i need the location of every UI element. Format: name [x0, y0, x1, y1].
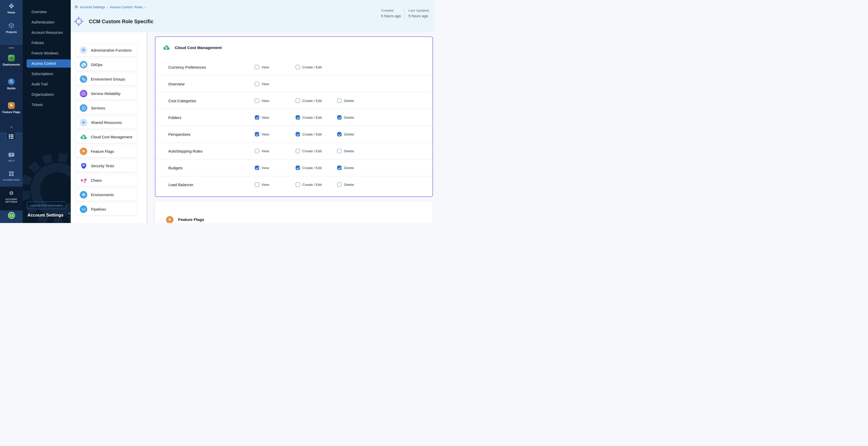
- permission-delete-checkbox[interactable]: Delete: [337, 149, 354, 153]
- checkbox[interactable]: [255, 99, 259, 103]
- permission-create-edit-checkbox[interactable]: Create / Edit: [296, 166, 322, 170]
- rail-item-home[interactable]: ❖Home: [0, 2, 23, 14]
- permission-create-edit-checkbox[interactable]: Create / Edit: [296, 65, 322, 69]
- breadcrumb-separator: ›: [145, 5, 146, 9]
- breadcrumb: ⚙ Account Settings › Access Control: Rol…: [74, 5, 148, 9]
- security-shield-icon: [80, 163, 87, 169]
- checkbox[interactable]: [296, 65, 300, 69]
- sidebar-item-subscriptions[interactable]: Subscriptions: [23, 69, 71, 79]
- permission-create-edit-checkbox[interactable]: Create / Edit: [296, 99, 322, 103]
- resource-card-environment-groups[interactable]: Environment Groups: [76, 73, 137, 85]
- pipelines-nodes-icon: [80, 205, 87, 213]
- rail-item-feature-flags[interactable]: ⚑Feature Flags: [0, 102, 23, 114]
- resource-card-security-tests[interactable]: Security Tests: [76, 160, 137, 172]
- permission-create-edit-checkbox[interactable]: Create / Edit: [296, 183, 322, 187]
- checkbox[interactable]: [255, 65, 259, 69]
- rail-item-dashboards[interactable]: DASHBOARDS: [0, 170, 23, 181]
- resource-card-service-reliability[interactable]: Service Reliability: [76, 88, 137, 100]
- rail-item-help[interactable]: ? HELP: [0, 151, 23, 162]
- permission-view-checkbox[interactable]: View: [255, 183, 269, 187]
- resource-card-label: Pipelines: [91, 207, 106, 212]
- permission-create-edit-checkbox[interactable]: Create / Edit: [296, 132, 322, 136]
- permission-delete-checkbox[interactable]: Delete: [337, 99, 354, 103]
- resource-card-pipelines[interactable]: Pipelines: [76, 203, 137, 215]
- permission-delete-checkbox[interactable]: Delete: [337, 166, 354, 170]
- checkbox-label: Delete: [344, 183, 354, 187]
- feature-flag-icon: ⚑: [166, 216, 174, 223]
- resource-card-services[interactable]: Services: [76, 102, 137, 114]
- rail-item-account-settings[interactable]: ⚙ ACCOUNT SETTINGS: [0, 189, 23, 203]
- permission-delete-checkbox[interactable]: Delete: [337, 132, 354, 136]
- permission-view-checkbox[interactable]: View: [255, 99, 269, 103]
- checkbox-label: View: [261, 65, 269, 69]
- checkbox[interactable]: [337, 99, 342, 103]
- help-chat-icon: ?: [8, 153, 14, 157]
- avatar[interactable]: CJ: [8, 212, 15, 219]
- breadcrumb-link-account-settings[interactable]: Account Settings: [80, 5, 105, 9]
- checkbox[interactable]: [337, 183, 342, 187]
- module-selector-button[interactable]: [6, 133, 16, 140]
- rail-item-deployments[interactable]: ∞Deployments: [0, 54, 23, 66]
- sidebar-item-label: Tickets: [31, 103, 43, 107]
- checkbox[interactable]: [337, 132, 342, 136]
- checkbox[interactable]: [296, 99, 300, 103]
- sidebar-item-authentication[interactable]: Authentication: [23, 17, 71, 27]
- checkbox[interactable]: [255, 183, 259, 187]
- permission-view-checkbox[interactable]: View: [255, 65, 269, 69]
- rail-item-projects[interactable]: Projects: [0, 22, 23, 34]
- page-header: ⚙ Account Settings › Access Control: Rol…: [71, 0, 434, 32]
- breadcrumb-link-access-control-roles[interactable]: Access Control: Roles: [110, 5, 143, 9]
- permission-row-budgets: BudgetsViewCreate / EditDelete: [155, 159, 432, 176]
- permission-create-edit-checkbox[interactable]: Create / Edit: [296, 149, 322, 153]
- checkbox[interactable]: [296, 183, 300, 187]
- checkbox[interactable]: [255, 149, 259, 153]
- sidebar-item-organizations[interactable]: Organizations: [23, 89, 71, 100]
- sidebar-item-access-control[interactable]: Access Control: [23, 58, 71, 69]
- permission-delete-checkbox[interactable]: Delete: [337, 183, 354, 187]
- user-menu[interactable]: CJ: [0, 212, 23, 219]
- checkbox[interactable]: [255, 115, 259, 120]
- checkbox[interactable]: [296, 115, 300, 120]
- resource-card-gitops[interactable]: GitOps: [76, 59, 137, 71]
- permission-view-checkbox[interactable]: View: [255, 115, 269, 120]
- rail-item-builds[interactable]: Builds: [0, 78, 23, 90]
- checkbox[interactable]: [255, 132, 259, 136]
- resource-card-label: Cloud Cost Management: [91, 135, 132, 139]
- checkbox[interactable]: [255, 166, 259, 170]
- resource-card-label: Service Reliability: [91, 92, 120, 96]
- sidebar-item-account-resources[interactable]: Account Resources: [23, 27, 71, 38]
- dashboards-grid-icon: [9, 171, 14, 176]
- checkbox[interactable]: [255, 82, 259, 86]
- checkbox[interactable]: [296, 132, 300, 136]
- shared-resources-icon: ❖: [80, 119, 87, 126]
- sidebar-item-audit-trail[interactable]: Audit Trail: [23, 79, 71, 89]
- builds-icon: [8, 78, 15, 85]
- checkbox-label: Create / Edit: [302, 116, 322, 120]
- checkbox[interactable]: [296, 166, 300, 170]
- permission-create-edit-checkbox[interactable]: Create / Edit: [296, 115, 322, 120]
- checkbox[interactable]: [337, 115, 342, 120]
- checkbox[interactable]: [296, 149, 300, 153]
- checkbox[interactable]: [337, 166, 342, 170]
- permission-view-checkbox[interactable]: View: [255, 132, 269, 136]
- permission-view-checkbox[interactable]: View: [255, 149, 269, 153]
- sidebar-item-tickets[interactable]: Tickets: [23, 100, 71, 110]
- sidebar-collapse-icon[interactable]: ◀: [68, 212, 70, 215]
- permission-view-checkbox[interactable]: View: [255, 166, 269, 170]
- resource-card-shared-resources[interactable]: ❖Shared Resources: [76, 117, 137, 129]
- checkbox-label: View: [261, 132, 269, 136]
- permission-view-checkbox[interactable]: View: [255, 82, 269, 86]
- sidebar-item-overview[interactable]: Overview: [23, 7, 71, 17]
- resource-card-environments[interactable]: Environments: [76, 189, 137, 201]
- resource-card-administrative-functions[interactable]: ⚙Administrative Functions: [76, 44, 137, 56]
- sidebar-item-policies[interactable]: Policies: [23, 38, 71, 48]
- launch-first-generation-button[interactable]: Launch First Generation: [27, 201, 66, 209]
- resource-card-feature-flags[interactable]: ⚑Feature Flags: [76, 145, 137, 157]
- permission-delete-checkbox[interactable]: Delete: [337, 115, 354, 120]
- chevron-down-icon[interactable]: ▼: [0, 126, 23, 129]
- resource-card-cloud-cost-management[interactable]: $Cloud Cost Management: [76, 131, 137, 143]
- checkbox[interactable]: [337, 149, 342, 153]
- sidebar-item-freeze-windows[interactable]: Freeze Windows: [23, 48, 71, 58]
- services-hexagon-icon: [80, 104, 87, 112]
- resource-card-chaos[interactable]: Chaos: [76, 174, 137, 186]
